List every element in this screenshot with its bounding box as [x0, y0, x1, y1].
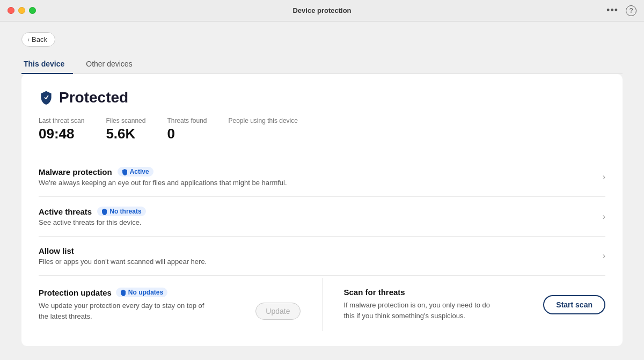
stats-row: Last threat scan 09:48 Files scanned 5.6…	[39, 117, 605, 142]
stat-last-scan: Last threat scan 09:48	[39, 117, 84, 142]
scan-for-threats-desc: If malware protection is on, you only ne…	[344, 300, 494, 321]
scan-threats-section: Scan for threats If malware protection i…	[323, 278, 606, 331]
stat-files-scanned-value: 5.6K	[106, 126, 145, 142]
chevron-right-icon: ›	[603, 172, 605, 182]
badge-shield-icon	[122, 168, 128, 175]
stat-people: People using this device	[228, 117, 297, 142]
protection-updates-desc: We update your protection every day to s…	[39, 300, 210, 321]
active-badge: Active	[118, 167, 153, 177]
protected-title: Protected	[59, 89, 128, 106]
allow-list-title: Allow list	[39, 246, 74, 255]
no-updates-badge: No updates	[116, 288, 167, 297]
stat-last-scan-value: 09:48	[39, 126, 84, 142]
help-icon: ?	[630, 7, 633, 14]
app-body: ‹ Back This device Other devices Protect…	[0, 21, 644, 360]
no-threats-badge: No threats	[97, 207, 145, 216]
maximize-button[interactable]	[29, 7, 36, 14]
titlebar: Device protection ••• ?	[0, 0, 644, 21]
traffic-lights	[8, 7, 36, 14]
badge-shield-icon	[101, 208, 107, 215]
malware-protection-desc: We're always keeping an eye out for file…	[39, 179, 287, 187]
chevron-right-icon: ›	[603, 251, 605, 261]
back-chevron-icon: ‹	[27, 36, 30, 43]
main-card: Protected Last threat scan 09:48 Files s…	[21, 74, 623, 346]
allow-list-item[interactable]: Allow list Files or apps you don't want …	[39, 237, 605, 276]
chevron-right-icon: ›	[603, 212, 605, 222]
stat-threats-found-value: 0	[167, 126, 207, 142]
tab-other-devices[interactable]: Other devices	[84, 55, 141, 74]
close-button[interactable]	[8, 7, 14, 14]
minimize-button[interactable]	[18, 7, 25, 14]
stat-files-scanned: Files scanned 5.6K	[106, 117, 145, 142]
tabs-container: This device Other devices	[21, 55, 623, 74]
active-threats-item[interactable]: Active threats No threats See active thr…	[39, 197, 605, 237]
help-button[interactable]: ?	[626, 5, 636, 16]
shield-icon	[39, 90, 54, 105]
titlebar-actions: ••• ?	[606, 5, 636, 16]
stat-threats-found: Threats found 0	[167, 117, 207, 142]
active-threats-title: Active threats	[39, 207, 92, 216]
active-threats-desc: See active threats for this device.	[39, 218, 146, 226]
start-scan-button[interactable]: Start scan	[543, 295, 605, 314]
scan-for-threats-title: Scan for threats	[344, 288, 405, 297]
bottom-section: Protection updates No updates We update …	[39, 278, 605, 331]
more-options-button[interactable]: •••	[606, 5, 618, 16]
update-button[interactable]: Update	[255, 303, 300, 320]
back-button-label: Back	[32, 35, 47, 43]
malware-protection-title: Malware protection	[39, 167, 112, 177]
malware-protection-item[interactable]: Malware protection Active We're always k…	[39, 157, 605, 197]
stat-threats-found-label: Threats found	[167, 117, 207, 124]
stat-files-scanned-label: Files scanned	[106, 117, 145, 124]
allow-list-desc: Files or apps you don't want scanned wil…	[39, 258, 207, 266]
badge-shield-icon	[120, 289, 126, 296]
back-button[interactable]: ‹ Back	[21, 32, 55, 47]
tab-this-device[interactable]: This device	[21, 55, 73, 74]
stat-people-label: People using this device	[228, 117, 297, 124]
protection-updates-title: Protection updates	[39, 288, 112, 297]
protection-updates-section: Protection updates No updates We update …	[39, 278, 323, 331]
window-title: Device protection	[292, 6, 351, 14]
status-header: Protected	[39, 89, 605, 106]
stat-last-scan-label: Last threat scan	[39, 117, 84, 124]
